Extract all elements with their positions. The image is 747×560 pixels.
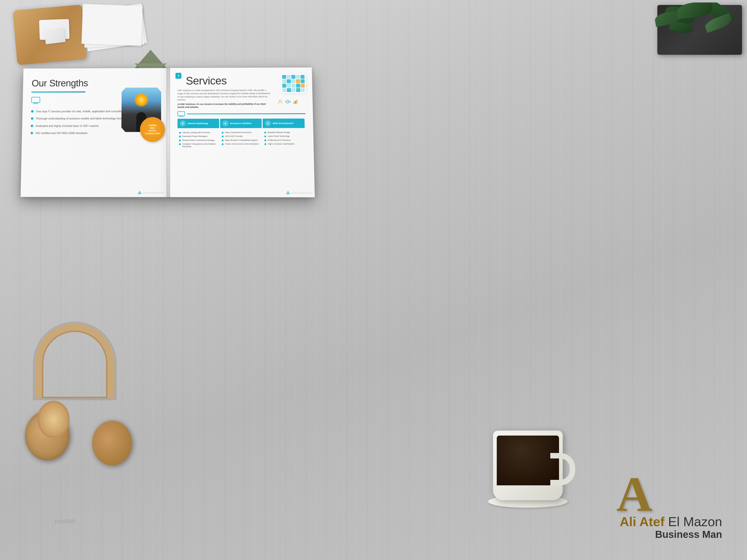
service-item-wd-4: High Conversion Optimization [264,142,304,145]
logo-text-2: شركة التوزيع والتسويق المحدودة [291,192,312,193]
dc20 [301,88,305,92]
bullet-4 [31,132,33,134]
plant-container [642,0,747,70]
service-items-ecommerce: Fully Customized Ecommerce 100% SEO Frie… [220,128,262,149]
dc19 [296,88,300,92]
service-icon-cloud-1 [180,121,185,126]
logo-triangle-2 [286,191,290,194]
service-item-wd-3: Proffessional UI Structure [264,139,303,142]
svg-point-4 [279,100,281,102]
book: Our Strengths One-stop IT services provi… [20,68,315,197]
logo-triangle-1 [138,190,142,194]
page-right: 3 [170,68,315,197]
dc2 [287,75,291,79]
svg-rect-9 [178,111,185,116]
divider-bar [187,113,306,114]
service-col-internet-marketing: Internet Marketing Industry Leading SEO … [178,119,221,151]
dc10 [301,79,305,83]
paper-3 [81,4,143,46]
small-icons [278,99,298,105]
book-spine [166,68,170,197]
watermark: nostaé [55,517,76,525]
wooden-tray [13,4,87,65]
service-item-ec-3: Major Browser Compatibility Support [222,139,260,142]
coffee-cup [488,416,578,515]
dc1 [282,75,286,79]
service-items-webdev: Beautiful Website Design Latest Trend Te… [263,128,305,149]
deco-icons [276,71,309,106]
dc6 [282,79,286,83]
title-underline [31,91,85,92]
dc8 [291,79,295,83]
headphone-band [35,324,114,398]
logo-left-1: شركة التوزيع والتسويق المحدودة [138,190,163,194]
service-icon-cloud-3 [265,121,271,126]
dc12 [287,84,291,88]
service-item-ec-1: Fully Customized Ecommerce [222,131,260,134]
dc18 [291,88,296,92]
page-left: Our Strengths One-stop IT services provi… [20,68,166,197]
svg-point-5 [289,101,290,103]
badge-text: LeadingWebServiceCompany India [145,124,160,135]
dc17 [287,88,291,92]
monitor-icon-right [178,111,185,117]
letter-a-decoration: A [617,466,652,523]
service-col-ecommerce: Ecomerce Solution Fully Customized Ecomm… [220,118,263,151]
plant-pot [658,5,742,55]
bullet-2 [31,117,33,120]
bullet-1 [31,110,34,113]
monitor-icon [31,97,40,104]
dot-ec-4 [222,143,223,145]
cloud-upload-icon-3 [266,122,269,125]
dc5 [301,75,305,79]
cup-coffee [497,435,559,485]
eraser-small [44,28,66,44]
page-number: 3 [176,73,182,79]
page-bottom-right: شركة التوزيع والتسويق المحدودة [286,191,312,194]
cup-handle [550,453,575,485]
service-item-im-2: Dedicated Project Managers [179,135,217,138]
dc11 [282,84,287,88]
svg-rect-6 [293,102,294,104]
service-title-webdev: Web Development [273,122,293,125]
dc9 [296,79,300,83]
svg-rect-8 [296,100,297,104]
service-item-wd-1: Beautiful Website Design [264,131,303,134]
dc16 [282,88,287,92]
dot-ec-1 [222,132,223,134]
service-title-ecommerce: Ecomerce Solution [230,122,252,125]
dot-ec-2 [222,136,223,137]
service-item-im-4: Complete Transparency and Detailed Repor… [179,143,217,148]
dc4 [296,75,300,79]
service-icon-cloud-2 [223,121,228,126]
headphones [20,324,145,473]
bullet-3 [31,125,33,127]
service-item-im-3: Results Driven Customized Strategy [179,139,217,142]
service-item-wd-2: Latest Trend Technology [264,135,303,138]
person-icon [278,99,283,105]
service-header-internet-marketing: Internet Marketing [178,119,219,128]
logo-right: شركة التوزيع والتسويق المحدودة [286,191,312,194]
cloud-upload-icon-2 [224,122,227,125]
service-item-ec-2: 100% SEO Friendly [222,135,260,138]
service-title-internet-marketing: Internet Marketing [187,122,208,125]
papers-stack [82,5,147,50]
service-header-webdev: Web Development [263,118,305,128]
cloud-upload-icon-1 [181,122,184,125]
dc14 [296,84,300,88]
dot-wd-1 [264,132,266,133]
dot-wd-2 [264,136,266,137]
branding-subtitle: Business Man [620,529,722,540]
branding-name: Ali Atef El Mazon [620,515,722,529]
dot-im-3 [179,139,181,141]
service-items-internet-marketing: Industry Leading SEO Services Dedicated … [178,128,220,151]
dc7 [287,79,291,83]
dc13 [291,84,295,88]
page-bottom-left: شركة التوزيع والتسويق المحدودة [138,190,163,194]
strengths-title: Our Strengths [32,78,158,89]
svg-rect-7 [295,101,296,104]
deco-grid [281,74,306,93]
services-grid: Internet Marketing Industry Leading SEO … [178,118,306,151]
service-item-ec-4: Choice of Ecommerce Store Backend [222,143,260,145]
services-mission: At DMC Solutions, It's our mission to in… [178,103,272,109]
